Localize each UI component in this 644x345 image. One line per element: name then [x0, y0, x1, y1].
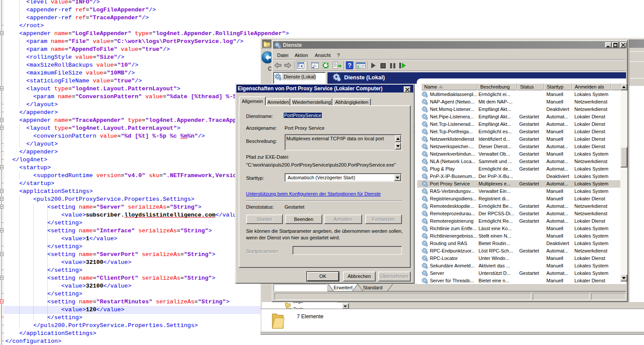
svg-text:?: ? [348, 62, 352, 69]
